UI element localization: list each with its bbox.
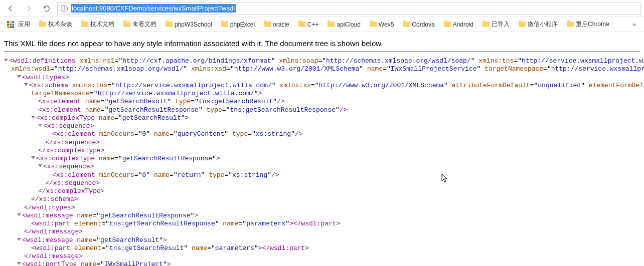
xml-node[interactable]: </wsdl:message>	[4, 252, 640, 260]
folder-icon	[403, 22, 410, 27]
folder-icon	[221, 22, 228, 27]
folder-icon	[444, 22, 451, 27]
folder-icon	[166, 22, 173, 27]
xml-tree: <wsdl:definitions xmlns:ns1="http://cxf.…	[4, 57, 640, 266]
folder-icon	[81, 22, 88, 27]
folder-icon	[264, 22, 271, 27]
xml-node[interactable]: <wsdl:part element="tns:getSearchResult"…	[4, 244, 640, 252]
xml-node[interactable]: <xs:element name="getSearchResult" type=…	[4, 98, 640, 106]
bookmark-item[interactable]: C++	[294, 20, 323, 30]
expand-toggle[interactable]	[17, 238, 21, 241]
apps-icon	[7, 21, 14, 28]
bookmark-item[interactable]: 已导入	[478, 19, 514, 30]
forward-button[interactable]	[21, 2, 36, 15]
folder-icon	[567, 22, 574, 27]
xml-node[interactable]: <wsdl:message name="getSearchResultRespo…	[4, 212, 640, 220]
xml-node[interactable]: </xs:complexType>	[4, 147, 640, 155]
expand-toggle[interactable]	[4, 59, 8, 62]
back-button[interactable]	[3, 2, 18, 15]
folder-icon	[519, 22, 526, 27]
xml-node[interactable]: <wsdl:definitions xmlns:ns1="http://cxf.…	[4, 57, 640, 65]
bookmark-item[interactable]: phpExcel	[217, 20, 259, 30]
xml-node[interactable]: <xs:element minOccurs="0" name="return" …	[4, 171, 640, 179]
folder-icon	[328, 22, 335, 27]
bookmark-item[interactable]: 技术文档	[77, 19, 118, 30]
xml-node[interactable]: <xs:sequence>	[4, 163, 640, 171]
bookmark-item[interactable]: 技术杂谈	[35, 19, 76, 30]
bookmarks-overflow[interactable]: »	[627, 21, 641, 28]
bookmark-item[interactable]: 微信小程序	[515, 19, 562, 30]
folder-icon	[370, 22, 377, 27]
xml-node[interactable]: <xs:element minOccurs="0" name="queryCon…	[4, 130, 640, 138]
xml-node[interactable]: <wsdl:part element="tns:getSearchResultR…	[4, 220, 640, 228]
xml-node[interactable]: <xs:sequence>	[4, 122, 640, 130]
folder-icon	[482, 22, 490, 27]
xml-node[interactable]: </wsdl:types>	[4, 204, 640, 212]
xml-node[interactable]: </xs:sequence>	[4, 139, 640, 147]
expand-toggle[interactable]	[31, 156, 35, 159]
divider	[4, 52, 640, 52]
xml-node[interactable]: <wsdl:types>	[4, 74, 640, 82]
xml-node[interactable]: <xs:element name="getSearchResultRespons…	[4, 106, 640, 114]
bookmark-item[interactable]: oracle	[260, 20, 293, 30]
xml-node[interactable]: <xs:complexType name="getSearchResultRes…	[4, 155, 640, 163]
expand-toggle[interactable]	[17, 213, 21, 216]
reload-button[interactable]	[39, 2, 54, 15]
xml-node[interactable]: </xs:sequence>	[4, 179, 640, 187]
xml-node[interactable]: </wsdl:message>	[4, 228, 640, 236]
xml-node[interactable]: <wsdl:portType name="IWxSmallProject">	[4, 260, 640, 266]
folder-icon	[39, 22, 46, 27]
xml-node[interactable]: <xs:complexType name="getSearchResult">	[4, 114, 640, 122]
bookmark-item[interactable]: 未看文档	[119, 19, 160, 30]
apps-label: 应用	[18, 20, 30, 29]
folder-icon	[298, 22, 305, 27]
expand-toggle[interactable]	[17, 262, 21, 265]
xml-node[interactable]: <wsdl:message name="getSearchResult">	[4, 236, 640, 244]
folder-icon	[123, 22, 130, 27]
site-info-icon[interactable]: i	[61, 5, 68, 12]
bookmark-item[interactable]: Wex5	[366, 20, 398, 30]
bookmark-item[interactable]: Android	[440, 20, 477, 30]
browser-toolbar: i localhost:8080/CXFDemo/services/wxSmal…	[0, 0, 644, 17]
expand-toggle[interactable]	[38, 124, 42, 127]
apps-shortcut[interactable]: 应用	[3, 19, 34, 30]
bookmarks-bar: 应用 技术杂谈 技术文档 未看文档 phpW3School phpExcel o…	[0, 17, 644, 32]
xml-notice: This XML file does not appear to have an…	[4, 39, 640, 48]
expand-toggle[interactable]	[38, 164, 42, 167]
xml-node[interactable]: </xs:schema>	[4, 195, 640, 203]
url-text: localhost:8080/CXFDemo/services/wxSmallP…	[71, 4, 236, 13]
xml-node-cont: targetNamespace="http://service.wxsmallp…	[4, 90, 640, 98]
xml-node[interactable]: <xs:schema xmlns:tns="http://service.wxs…	[4, 82, 640, 90]
bookmark-item[interactable]: 重启Chrome	[563, 19, 613, 30]
bookmark-item[interactable]: Cordova	[399, 20, 438, 30]
expand-toggle[interactable]	[31, 116, 35, 119]
xml-node-cont: xmlns:wsdl="http://schemas.xmlsoap.org/w…	[4, 65, 640, 73]
expand-toggle[interactable]	[17, 75, 21, 78]
bookmark-item[interactable]: phpW3School	[162, 20, 216, 30]
bookmark-item[interactable]: apiCloud	[324, 20, 364, 30]
page-content: This XML file does not appear to have an…	[0, 32, 644, 266]
xml-node[interactable]: </xs:complexType>	[4, 187, 640, 195]
expand-toggle[interactable]	[24, 83, 28, 86]
address-bar[interactable]: i localhost:8080/CXFDemo/services/wxSmal…	[57, 2, 641, 15]
